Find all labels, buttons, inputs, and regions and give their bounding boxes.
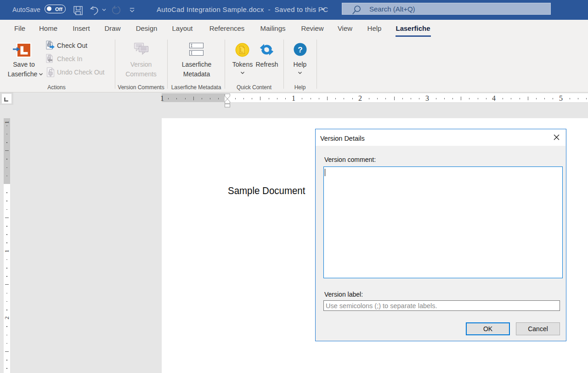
svg-text:?: ? [298, 46, 302, 54]
